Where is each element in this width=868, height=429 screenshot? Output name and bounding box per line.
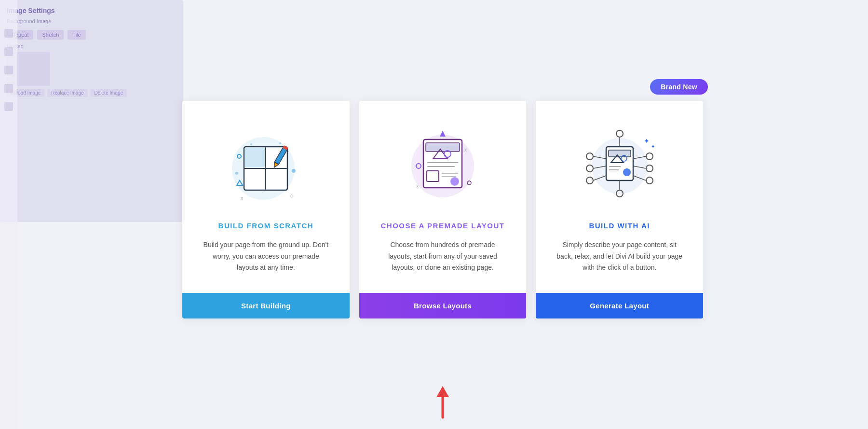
card-scratch: x ◇ BUILD FROM SCRATCH Build your page f… xyxy=(182,101,350,318)
svg-point-15 xyxy=(279,142,281,144)
svg-text:x: x xyxy=(241,195,244,201)
generate-layout-button[interactable]: Generate Layout xyxy=(536,293,703,318)
svg-point-26 xyxy=(450,177,459,186)
start-building-button[interactable]: Start Building xyxy=(182,293,350,318)
svg-marker-27 xyxy=(440,131,446,137)
red-arrow-container xyxy=(433,384,452,424)
card-premade: x x CHOOSE A PREMADE LAYOUT Choose from … xyxy=(359,101,527,318)
svg-point-44 xyxy=(586,177,593,184)
browse-layouts-button[interactable]: Browse Layouts xyxy=(359,293,527,318)
svg-point-50 xyxy=(646,177,653,184)
premade-illustration: x x xyxy=(399,120,486,207)
svg-text:◇: ◇ xyxy=(290,193,294,198)
sidebar-icon-1 xyxy=(4,29,13,38)
card-ai-title: BUILD WITH AI xyxy=(589,221,650,230)
svg-rect-34 xyxy=(609,150,631,157)
card-ai: ✦ ✦ BUILD WITH AI Simply describe your p… xyxy=(536,101,703,318)
svg-text:x: x xyxy=(464,147,467,152)
svg-point-39 xyxy=(623,168,631,176)
sidebar-icon-5 xyxy=(4,102,13,111)
card-premade-body: x x CHOOSE A PREMADE LAYOUT Choose from … xyxy=(359,101,527,293)
card-ai-footer: Generate Layout xyxy=(536,293,703,318)
sidebar-icon-3 xyxy=(4,66,13,74)
svg-point-40 xyxy=(586,153,593,160)
svg-point-46 xyxy=(646,153,653,160)
main-content: Brand New xyxy=(17,0,868,429)
svg-text:✦: ✦ xyxy=(644,137,650,145)
card-scratch-title: BUILD FROM SCRATCH xyxy=(218,221,314,230)
left-sidebar xyxy=(0,0,17,429)
card-premade-desc: Choose from hundreds of premade layouts,… xyxy=(379,239,507,274)
svg-rect-18 xyxy=(426,143,460,152)
svg-point-11 xyxy=(235,172,238,175)
card-ai-desc: Simply describe your page content, sit b… xyxy=(555,239,684,274)
svg-marker-59 xyxy=(436,386,449,397)
scratch-illustration: x ◇ xyxy=(222,120,309,207)
sidebar-icon-2 xyxy=(4,47,13,56)
svg-point-14 xyxy=(250,143,252,145)
svg-point-10 xyxy=(292,169,296,173)
svg-text:x: x xyxy=(416,183,419,189)
brand-new-badge: Brand New xyxy=(650,79,708,95)
card-premade-footer: Browse Layouts xyxy=(359,293,527,318)
ai-illustration: ✦ ✦ xyxy=(576,120,663,207)
svg-point-52 xyxy=(616,130,623,137)
svg-text:✦: ✦ xyxy=(651,144,655,149)
sidebar-icon-4 xyxy=(4,84,13,93)
cards-container: Brand New xyxy=(177,101,708,318)
card-scratch-desc: Build your page from the ground up. Don'… xyxy=(202,239,330,274)
card-ai-body: ✦ ✦ BUILD WITH AI Simply describe your p… xyxy=(536,101,703,293)
red-arrow-icon xyxy=(433,384,452,422)
card-premade-title: CHOOSE A PREMADE LAYOUT xyxy=(380,221,504,230)
card-scratch-footer: Start Building xyxy=(182,293,350,318)
card-scratch-body: x ◇ BUILD FROM SCRATCH Build your page f… xyxy=(182,101,350,293)
svg-rect-4 xyxy=(245,148,265,167)
